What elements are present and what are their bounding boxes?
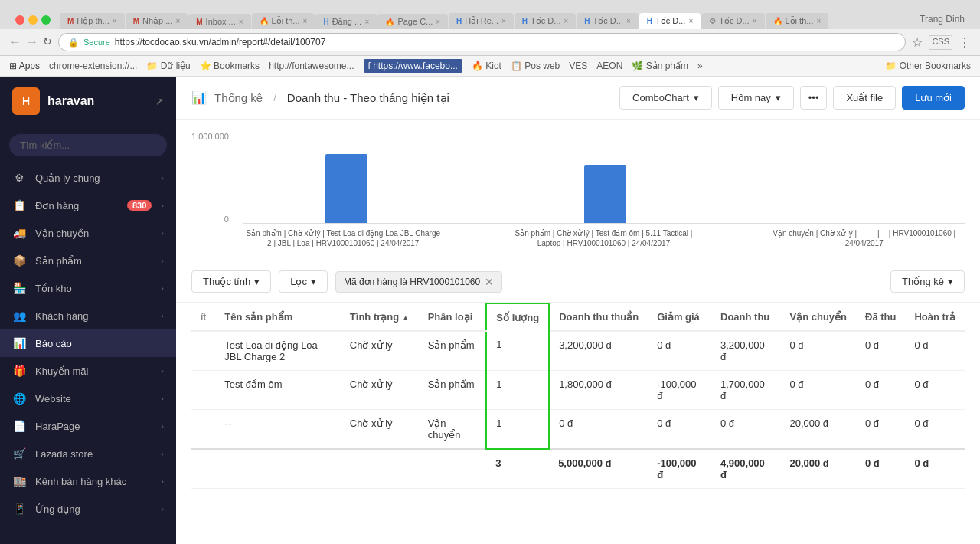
- more-bookmarks[interactable]: »: [697, 61, 703, 71]
- cell-ten-san-pham: Test Loa di động Loa JBL Charge 2: [215, 331, 341, 371]
- sidebar-logo: H haravan ↗: [0, 77, 176, 126]
- cell-doanh-thu-thuan: 3,200,000 đ: [549, 331, 648, 371]
- browser-tab-2[interactable]: MInbox ...×: [188, 14, 250, 29]
- filter-remove-btn[interactable]: ✕: [485, 276, 494, 288]
- browser-tab-6[interactable]: HHải Re...×: [449, 13, 514, 29]
- sidebar-item-quan-ly-chung[interactable]: ⚙Quản lý chung›: [0, 164, 176, 192]
- sidebar-arrow-ton-kho: ›: [161, 283, 164, 293]
- col-header-tinh-trang[interactable]: Tình trạng ▲: [341, 303, 419, 331]
- sidebar-icon-bao-cao: 📊: [12, 337, 26, 349]
- posweb-bookmark[interactable]: 📋 Pos web: [511, 61, 560, 71]
- facebook-bookmark[interactable]: f https://www.facebo...: [364, 59, 462, 73]
- du-lieu-bookmark[interactable]: 📁 Dữ liệu: [146, 61, 190, 71]
- ves-bookmark[interactable]: VES: [569, 61, 587, 71]
- sidebar-item-san-pham[interactable]: 📦Sản phẩm›: [0, 247, 176, 274]
- sidebar-label-bao-cao: Báo cáo: [35, 338, 164, 349]
- browser-tab-5[interactable]: 🔥Page C...×: [377, 14, 448, 29]
- save-btn[interactable]: Lưu mới: [902, 86, 965, 110]
- browser-tab-8[interactable]: HTốc Đ...×: [577, 13, 638, 29]
- cell-tinh-trang: Chờ xử lý: [341, 371, 419, 410]
- browser-tab-7[interactable]: HTốc Đ...×: [514, 13, 576, 29]
- sidebar-item-ung-dung[interactable]: 📱Ứng dụng›: [0, 495, 176, 523]
- tab-close-6[interactable]: ×: [501, 17, 506, 25]
- browser-maximize-btn[interactable]: [41, 15, 51, 25]
- fontawesome-bookmark[interactable]: http://fontawesome...: [269, 61, 354, 71]
- chart-y-min: 0: [191, 215, 229, 224]
- export-btn[interactable]: Xuất file: [833, 86, 896, 110]
- css-icon[interactable]: CSS: [929, 35, 952, 50]
- footer-ten-san-pham: [215, 449, 341, 489]
- tab-close-2[interactable]: ×: [239, 18, 243, 26]
- tab-close-8[interactable]: ×: [626, 17, 631, 25]
- col-header-van-chuyen: Vận chuyển: [781, 303, 857, 331]
- sidebar-arrow-website: ›: [161, 394, 164, 403]
- browser-tab-10[interactable]: ⚙Tốc Đ...×: [701, 13, 764, 29]
- browser-back-btn[interactable]: ←: [9, 35, 21, 49]
- combo-chart-btn[interactable]: ComboChart ▾: [619, 86, 712, 110]
- browser-tab-9[interactable]: HTốc Đ...×: [639, 13, 701, 29]
- sidebar-item-khach-hang[interactable]: 👥Khách hàng›: [0, 302, 176, 329]
- sidebar-arrow-lazada-store: ›: [161, 449, 164, 458]
- cell-phan-loai: Vận chuyển: [419, 410, 487, 450]
- thuoc-tinh-btn[interactable]: Thuộc tính ▾: [191, 270, 271, 293]
- thuoc-tinh-label: Thuộc tính: [203, 276, 250, 287]
- browser-tab-3[interactable]: 🔥Lỗi th...×: [252, 13, 315, 29]
- aeon-bookmark[interactable]: AEON: [596, 61, 622, 71]
- tab-close-4[interactable]: ×: [365, 18, 370, 26]
- bookmarks-bookmark[interactable]: ⭐ Bookmarks: [200, 61, 260, 71]
- more-btn[interactable]: •••: [800, 86, 828, 110]
- sidebar-item-khuyen-mai[interactable]: 🎁Khuyến mãi›: [0, 357, 176, 385]
- breadcrumb-stats: Thống kê: [214, 91, 263, 105]
- sidebar-item-kenh-ban-hang-khac[interactable]: 🏬Kênh bán hàng khác›: [0, 467, 176, 495]
- tab-close-1[interactable]: ×: [175, 17, 180, 25]
- cell-so-luong: 1: [486, 371, 549, 410]
- kiot-bookmark[interactable]: 🔥 Kiot: [472, 61, 501, 71]
- browser-forward-btn[interactable]: →: [26, 35, 38, 49]
- cell-doanh-thu: 0 đ: [711, 410, 781, 450]
- sidebar-arrow-khach-hang: ›: [161, 311, 164, 320]
- main-content: 📊 Thống kê / Doanh thu - Theo tháng hiện…: [176, 77, 980, 544]
- sidebar-icon-quan-ly-chung: ⚙: [12, 172, 26, 184]
- footer-tinh-trang: [341, 449, 419, 489]
- other-bookmarks[interactable]: 📁 Other Bookmarks: [885, 61, 971, 71]
- tab-close-11[interactable]: ×: [816, 17, 821, 25]
- tab-close-7[interactable]: ×: [564, 17, 568, 25]
- browser-minimize-btn[interactable]: [28, 15, 38, 25]
- extension-bookmark[interactable]: chrome-extension://...: [49, 61, 137, 71]
- san-pham-bookmark[interactable]: 🌿 Sản phẩm: [632, 61, 688, 71]
- active-filter-tag: Mã đơn hàng là HRV1000101060 ✕: [335, 271, 502, 293]
- sidebar-item-don-hang[interactable]: 📋Đơn hàng830›: [0, 192, 176, 219]
- browser-refresh-btn[interactable]: ↻: [43, 35, 52, 49]
- tab-close-10[interactable]: ×: [753, 17, 757, 25]
- logo-external-link[interactable]: ↗: [155, 96, 164, 107]
- tab-close-3[interactable]: ×: [303, 17, 308, 25]
- address-url[interactable]: https://tocdocao.sku.vn/admin/report#/de…: [115, 37, 326, 48]
- chart-labels: Sản phẩm | Chờ xử lý | Test Loa di động …: [243, 228, 965, 248]
- sidebar-item-ton-kho[interactable]: 🏪Tồn kho›: [0, 274, 176, 302]
- search-input[interactable]: [9, 134, 167, 156]
- breadcrumb-sep: /: [273, 92, 276, 103]
- apps-bookmark[interactable]: ⊞ Apps: [9, 61, 40, 71]
- loc-btn[interactable]: Lọc ▾: [279, 270, 328, 293]
- browser-tab-0[interactable]: MHộp th...×: [60, 13, 125, 29]
- tab-close-5[interactable]: ×: [436, 18, 440, 26]
- sidebar-item-bao-cao[interactable]: 📊Báo cáo: [0, 329, 176, 357]
- cell-stt: [191, 331, 215, 371]
- star-icon[interactable]: ☆: [912, 35, 923, 50]
- tab-close-9[interactable]: ×: [688, 17, 693, 25]
- sidebar-item-harapage[interactable]: 📄HaraPage›: [0, 412, 176, 440]
- sidebar-icon-website: 🌐: [12, 392, 26, 405]
- sidebar-item-lazada-store[interactable]: 🛒Lazada store›: [0, 440, 176, 467]
- date-btn[interactable]: Hôm nay ▾: [718, 86, 794, 110]
- browser-tab-1[interactable]: MNhập ...×: [126, 13, 188, 29]
- active-filter-text: Mã đơn hàng là HRV1000101060: [344, 277, 480, 287]
- browser-close-btn[interactable]: [15, 15, 24, 25]
- browser-tab-4[interactable]: HĐăng ...×: [315, 14, 377, 29]
- thongke-btn[interactable]: Thống kê ▾: [890, 270, 965, 293]
- menu-icon[interactable]: ⋮: [959, 35, 971, 50]
- sidebar-item-van-chuyen[interactable]: 🚚Vận chuyển›: [0, 219, 176, 247]
- browser-tab-11[interactable]: 🔥Lỗi th...×: [766, 13, 829, 29]
- sidebar-item-website[interactable]: 🌐Website›: [0, 385, 176, 412]
- cell-da-thu: 0 đ: [856, 410, 905, 450]
- tab-close-0[interactable]: ×: [113, 17, 117, 25]
